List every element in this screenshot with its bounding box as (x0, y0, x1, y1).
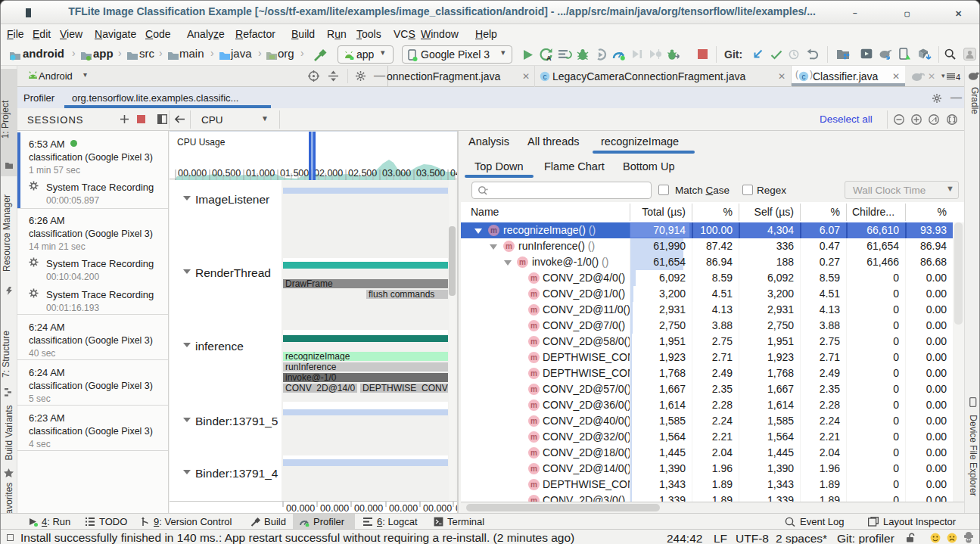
svg-text:00.000: 00.000 (354, 503, 383, 513)
svg-text:c: c (543, 73, 547, 81)
svg-text:A: A (546, 54, 552, 61)
svg-text:00.000: 00.000 (178, 168, 207, 179)
svg-text:02.000: 02.000 (314, 168, 343, 179)
svg-text:00.000: 00.000 (286, 503, 315, 513)
svg-text:02.500: 02.500 (348, 168, 377, 179)
svg-text:01.000: 01.000 (246, 168, 275, 179)
svg-text:00.500: 00.500 (212, 168, 241, 179)
svg-text:01.500: 01.500 (280, 168, 309, 179)
svg-text:c: c (802, 73, 806, 81)
svg-text:03.000: 03.000 (382, 168, 411, 179)
svg-text:03.500: 03.500 (416, 168, 445, 179)
svg-text:00.000: 00.000 (423, 503, 452, 513)
svg-text:00.000: 00.000 (320, 503, 349, 513)
svg-text:0: 0 (456, 503, 459, 513)
svg-text:00.000: 00.000 (389, 503, 418, 513)
svg-text:04.0: 04.0 (450, 168, 457, 179)
